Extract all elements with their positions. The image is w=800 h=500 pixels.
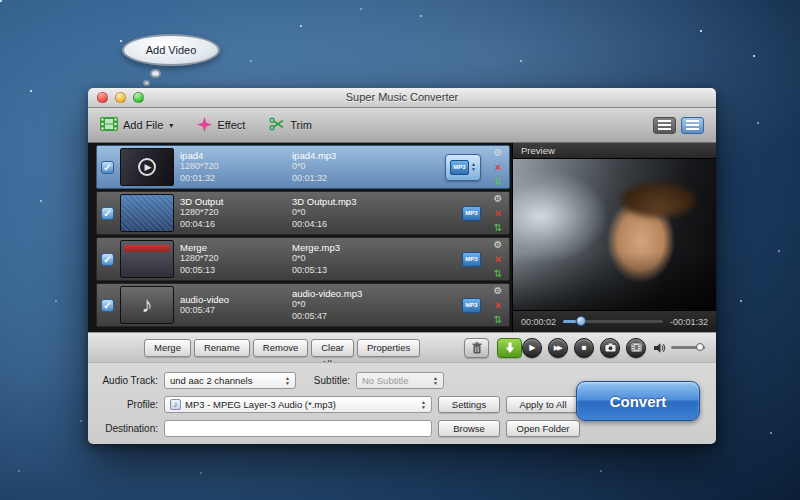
zoom-window-button[interactable] xyxy=(133,92,144,103)
reorder-arrows-icon[interactable]: ⇅ xyxy=(494,176,502,187)
close-window-button[interactable] xyxy=(97,92,108,103)
clip-button[interactable] xyxy=(626,338,646,358)
minimize-window-button[interactable] xyxy=(115,92,126,103)
source-info: ipad4 1280*720 00:01:32 xyxy=(180,150,286,185)
volume-knob[interactable] xyxy=(696,343,704,351)
play-button[interactable]: ▶ xyxy=(522,338,542,358)
remove-x-icon[interactable]: × xyxy=(495,254,501,264)
file-row[interactable]: ✓ ♪ audio-video 00:05:47 audio-video.mp3… xyxy=(96,283,510,327)
select-arrows-icon: ▲▼ xyxy=(421,400,426,409)
clear-all-button[interactable]: Clear All xyxy=(311,339,354,357)
row-checkbox[interactable]: ✓ xyxy=(101,207,114,220)
reorder-arrows-icon[interactable]: ⇅ xyxy=(494,222,502,233)
trash-icon xyxy=(472,342,482,354)
row-checkbox[interactable]: ✓ xyxy=(101,253,114,266)
list-lines-icon xyxy=(686,120,699,130)
down-arrow-icon xyxy=(505,342,515,354)
settings-button[interactable]: Settings xyxy=(438,396,500,413)
effect-button[interactable]: Effect xyxy=(197,117,245,134)
utility-buttons xyxy=(464,338,522,358)
gear-icon[interactable]: ⚙ xyxy=(494,147,503,158)
add-file-button[interactable]: Add File ▾ xyxy=(100,117,173,133)
rename-button[interactable]: Rename xyxy=(194,339,250,357)
titlebar[interactable]: Super Music Converter xyxy=(88,88,716,108)
mp3-badge-icon: MP3 xyxy=(462,206,481,221)
remove-x-icon[interactable]: × xyxy=(495,300,501,310)
format-selector[interactable]: MP3 xyxy=(462,298,481,313)
preview-title: Preview xyxy=(513,143,716,159)
seek-knob[interactable] xyxy=(576,316,586,326)
select-arrows-icon: ▲▼ xyxy=(433,376,438,385)
add-video-tooltip: Add Video xyxy=(122,34,220,66)
list-lines-icon xyxy=(658,120,671,130)
file-row[interactable]: ✓ Merge 1280*720 00:05:13 Merge.mp3 0*0 … xyxy=(96,237,510,281)
snapshot-button[interactable] xyxy=(600,338,620,358)
reorder-arrows-icon[interactable]: ⇅ xyxy=(494,314,502,325)
format-selector[interactable]: MP3 xyxy=(462,252,481,267)
app-window: Super Music Converter Add File ▾ Effect xyxy=(88,88,716,444)
gear-icon[interactable]: ⚙ xyxy=(494,239,503,250)
trim-button[interactable]: Trim xyxy=(269,117,312,133)
list-view-button[interactable] xyxy=(653,117,676,134)
volume-slider[interactable] xyxy=(671,346,705,349)
gear-icon[interactable]: ⚙ xyxy=(494,285,503,296)
browse-button[interactable]: Browse xyxy=(438,420,500,437)
remove-x-icon[interactable]: × xyxy=(495,208,501,218)
video-frame[interactable] xyxy=(513,159,716,310)
trash-button[interactable] xyxy=(464,338,489,358)
subtitle-select[interactable]: No Subtitle ▲▼ xyxy=(356,372,444,389)
mp3-badge-icon: MP3 xyxy=(462,298,481,313)
audio-track-select[interactable]: und aac 2 channels ▲▼ xyxy=(164,372,296,389)
video-thumbnail xyxy=(120,240,174,278)
fast-forward-button[interactable]: ▶▶ xyxy=(548,338,568,358)
gear-icon[interactable]: ⚙ xyxy=(494,193,503,204)
download-output-button[interactable] xyxy=(497,338,522,358)
camera-icon xyxy=(605,343,616,352)
seek-bar-row: 00:00:02 -00:01:32 xyxy=(513,310,716,332)
trim-label: Trim xyxy=(290,119,312,131)
tooltip-label: Add Video xyxy=(146,44,197,56)
file-list: ✓ ▶ ipad4 1280*720 00:01:32 ipad4.mp3 0*… xyxy=(96,143,510,332)
row-checkbox[interactable]: ✓ xyxy=(101,299,114,312)
apply-to-all-button[interactable]: Apply to All xyxy=(506,396,580,413)
convert-button[interactable]: Convert xyxy=(576,381,700,421)
effect-label: Effect xyxy=(217,119,245,131)
properties-button[interactable]: Properties xyxy=(357,339,420,357)
stepper-arrows-icon: ▲▼ xyxy=(471,162,476,172)
file-row[interactable]: ✓ 3D Output 1280*720 00:04:16 3D Output.… xyxy=(96,191,510,235)
audio-thumbnail: ♪ xyxy=(120,286,174,324)
output-info: 3D Output.mp3 0*0 00:04:16 xyxy=(292,196,398,231)
file-row[interactable]: ✓ ▶ ipad4 1280*720 00:01:32 ipad4.mp3 0*… xyxy=(96,145,510,189)
reorder-arrows-icon[interactable]: ⇅ xyxy=(494,268,502,279)
output-info: ipad4.mp3 0*0 00:01:32 xyxy=(292,150,398,185)
format-selector[interactable]: MP3 xyxy=(462,206,481,221)
stop-button[interactable]: ■ xyxy=(574,338,594,358)
mp3-badge-icon: MP3 xyxy=(462,252,481,267)
merge-button[interactable]: Merge xyxy=(144,339,191,357)
select-arrows-icon: ▲▼ xyxy=(285,376,290,385)
row-actions: ⚙ × ⇅ xyxy=(491,193,505,233)
play-overlay-icon: ▶ xyxy=(138,158,156,176)
output-info: Merge.mp3 0*0 00:05:13 xyxy=(292,242,398,277)
scissors-icon xyxy=(269,117,285,133)
row-checkbox[interactable]: ✓ xyxy=(101,161,114,174)
thumbnail-view-button[interactable] xyxy=(681,117,704,134)
film-reel-icon xyxy=(100,117,118,133)
remove-button[interactable]: Remove xyxy=(253,339,308,357)
speaker-icon[interactable] xyxy=(654,343,666,353)
desktop: Add Video Super Music Converter Add File… xyxy=(0,0,800,500)
seek-slider[interactable] xyxy=(563,320,663,323)
volume-control xyxy=(654,343,705,353)
profile-label: Profile: xyxy=(96,399,158,410)
film-icon xyxy=(631,343,642,352)
destination-input[interactable] xyxy=(164,420,432,437)
tooltip-bubble-dot xyxy=(150,69,161,78)
source-info: 3D Output 1280*720 00:04:16 xyxy=(180,196,286,231)
preview-panel: Preview 00:00:02 -00:01:32 xyxy=(512,143,716,332)
thumbnail-title-band xyxy=(124,245,170,252)
remove-x-icon[interactable]: × xyxy=(495,162,501,172)
profile-select[interactable]: ♪ MP3 - MPEG Layer-3 Audio (*.mp3) ▲▼ xyxy=(164,396,432,413)
format-selector[interactable]: MP3 ▲▼ xyxy=(445,154,481,181)
traffic-lights xyxy=(97,92,144,103)
open-folder-button[interactable]: Open Folder xyxy=(506,420,580,437)
